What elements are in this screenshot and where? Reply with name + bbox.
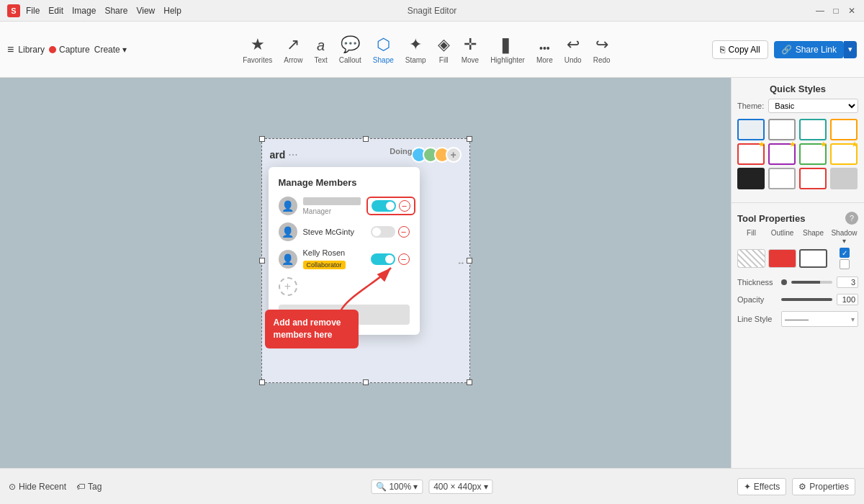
help-button[interactable]: ? [845,212,858,225]
tool-more[interactable]: ••• More [536,42,553,64]
tool-favorites[interactable]: ★ Favorites [243,35,272,64]
theme-label: Theme: [737,102,764,110]
style-black-fill[interactable] [737,168,765,189]
tool-redo[interactable]: ↪ Redo [593,35,611,64]
tool-text[interactable]: a Text [314,37,327,64]
style-teal-outline[interactable] [799,119,827,140]
copy-all-button[interactable]: ⎘ Copy All [712,40,768,59]
star-badge-2: ★ [789,140,796,149]
menu-image[interactable]: Image [72,6,96,16]
style-gray-outline[interactable] [768,119,796,140]
tool-shape[interactable]: ⬡ Shape [373,35,394,64]
share-dropdown-button[interactable]: ▾ [844,41,857,58]
create-button[interactable]: Create ▾ [94,45,127,55]
shadow-checkbox[interactable]: ✓ [840,248,850,258]
close-button[interactable]: ✕ [847,6,857,16]
minimize-button[interactable]: — [815,6,825,16]
zoom-control[interactable]: 🔍 100% ▾ [371,480,423,494]
menu-help[interactable]: Help [163,6,181,16]
more-icon: ••• [539,42,550,54]
check-icon: ✓ [842,249,847,257]
tag-button[interactable]: 🏷 Tag [76,482,102,492]
line-style-row: Line Style ——— ▾ [732,308,864,330]
tool-highlighter[interactable]: ▋ Highlighter [490,38,525,64]
hide-recent-button[interactable]: ⊙ Hide Recent [9,482,66,492]
style-yellow-outline[interactable] [830,119,858,140]
share-link-button[interactable]: 🔗 Share Link [774,41,844,58]
line-style-dropdown[interactable]: ——— ▾ [781,311,858,327]
opacity-value[interactable] [837,294,858,305]
toggle-1[interactable] [372,200,396,212]
style-purple-outline[interactable]: ★ [768,143,796,165]
toolbar: ≡ Library Capture Create ▾ ★ Favorites ↗… [0,22,864,78]
style-green-outline-2[interactable]: ★ [799,143,827,165]
opacity-slider[interactable] [781,298,832,301]
theme-select[interactable]: Basic [768,99,858,113]
tool-stamp[interactable]: ✦ Stamp [405,35,426,64]
menu-view[interactable]: View [136,6,155,16]
member-row-2: 👤 Steve McGinty − [279,222,410,241]
library-button[interactable]: Library [18,45,45,55]
tool-callout[interactable]: 💬 Callout [339,35,361,64]
callout-annotation: Add and remove members here [265,310,359,348]
style-blue-outline[interactable] [737,119,765,140]
stamp-icon: ✦ [409,35,422,54]
text-icon: a [317,37,325,54]
style-yellow-outline-2[interactable]: ★ [830,143,858,165]
maximize-button[interactable]: □ [831,6,841,16]
member-row-3: 👤 Kelly Rosen Collaborator − [279,248,410,270]
shadow-sub-swatch[interactable] [840,259,850,269]
tool-fill[interactable]: ◈ Fill [438,35,450,64]
board-background: ard ··· + Doing Mana [261,138,470,383]
menu-edit[interactable]: Edit [48,6,63,16]
title-bar-menu[interactable]: File Edit Image Share View Help [26,6,181,16]
fill-swatch[interactable] [737,249,765,268]
tool-undo[interactable]: ↩ Undo [564,35,582,64]
style-white-fill[interactable] [768,168,796,189]
main-area: ard ··· + Doing Mana [0,78,864,468]
thickness-value[interactable] [837,276,858,288]
member-3-avatar: 👤 [279,250,297,269]
effects-button[interactable]: ✦ Effects [737,478,786,495]
tool-arrow[interactable]: ↗ Arrow [284,35,302,64]
properties-button[interactable]: ⚙ Properties [792,478,855,495]
undo-label: Undo [564,56,582,64]
star-badge-1: ★ [758,140,765,149]
line-style-chevron: ▾ [851,315,855,323]
style-gray-solid[interactable] [830,168,858,189]
menu-file[interactable]: File [26,6,40,16]
window-controls[interactable]: — □ ✕ [815,6,857,16]
menu-share[interactable]: Share [104,6,127,16]
tag-label: Tag [88,482,102,492]
menu-icon[interactable]: ≡ [7,43,14,56]
toggle-2[interactable] [371,226,395,238]
member-2-info: Steve McGinty [303,228,365,236]
style-red-outline[interactable]: ★ [737,143,765,165]
member-row-1: 👤 Manager − [279,197,410,215]
outline-label: Outline [768,229,796,245]
thickness-arrow[interactable] [781,279,787,285]
thickness-slider[interactable] [791,281,832,284]
canvas-area[interactable]: ard ··· + Doing Mana [0,78,731,468]
size-control[interactable]: 400 × 440px ▾ [428,480,492,494]
shape-swatch[interactable] [799,249,827,268]
add-avatar-button[interactable]: + [446,147,462,163]
style-white-red[interactable] [799,168,827,189]
remove-3-button[interactable]: − [398,253,410,265]
tool-properties-header: Tool Properties ? [732,207,864,229]
capture-button[interactable]: Capture [49,45,90,55]
outline-swatch[interactable] [768,249,796,268]
bottom-center: 🔍 100% ▾ 400 × 440px ▾ [371,480,492,494]
add-member-icon[interactable]: + [279,277,297,296]
tool-move[interactable]: ✛ Move [462,35,479,64]
remove-2-button[interactable]: − [398,226,410,238]
remove-1-button[interactable]: − [399,200,410,212]
tool-properties-title: Tool Properties [737,213,805,224]
resize-cursor: ↔ [457,258,466,268]
member-1-controls: − [366,197,415,215]
bottom-right: ✦ Effects ⚙ Properties [737,478,855,495]
move-label: Move [462,56,479,64]
toggle-3[interactable] [371,253,395,265]
fill-icon: ◈ [438,35,450,54]
shape-label: Shape [799,229,827,245]
